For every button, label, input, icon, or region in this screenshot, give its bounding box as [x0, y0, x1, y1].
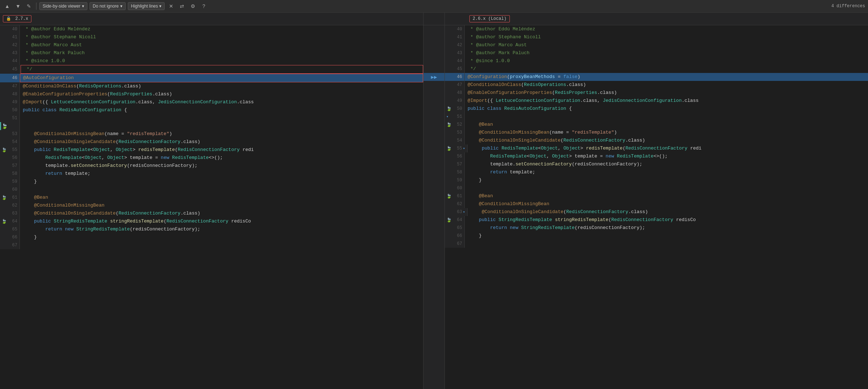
nav-up-button[interactable]: ▲ — [3, 2, 12, 10]
right-gutter-45: 45 — [445, 65, 465, 73]
right-linenum-61: 61 — [452, 194, 462, 199]
left-content-60 — [20, 186, 423, 194]
settings-button[interactable]: ⚙ — [188, 2, 197, 10]
left-linenum-46: 46 — [7, 75, 17, 81]
right-line-50: 🍃 50 public class RedisAutoConfiguration… — [445, 105, 868, 113]
right-content-50: public class RedisAutoConfiguration { — [465, 105, 868, 113]
right-linenum-44: 44 — [452, 59, 462, 64]
mid-line-55 — [424, 144, 444, 152]
left-line-49: 49 @Import({ LettuceConnectionConfigurat… — [0, 98, 423, 106]
right-linenum-50: 50 — [452, 106, 462, 111]
viewer-mode-label: Side-by-side viewer — [43, 4, 81, 9]
left-line-59: 59 } — [0, 178, 423, 186]
left-gutter-55: 🍃 55 — [0, 146, 20, 154]
left-gutter-icon-61: 🍃 — [1, 195, 6, 200]
left-code-area[interactable]: 40 * @author Eddú Meléndez 41 * @author … — [0, 25, 423, 389]
right-linenum-66: 66 — [452, 233, 462, 238]
left-line-66: 66 } — [0, 233, 423, 241]
left-gutter-59: 59 — [0, 178, 20, 186]
right-content-63: @ConditionalOnSingleCandidate(RedisConne… — [468, 208, 868, 216]
ignore-button[interactable]: Do not ignore ▾ — [90, 2, 126, 10]
right-gutter-59: 59 — [445, 176, 465, 184]
left-gutter-51: 51 — [0, 114, 20, 122]
left-gutter-58: 58 — [0, 170, 20, 178]
right-content-65: return new StringRedisTemplate(redisConn… — [465, 224, 868, 232]
left-gutter-45: 45 — [0, 65, 20, 74]
right-fold-icon-55[interactable]: ▾ — [463, 146, 465, 151]
left-linenum-40: 40 — [7, 27, 17, 32]
left-line-54: 54 @ConditionalOnSingleCandidate(RedisCo… — [0, 138, 423, 146]
left-gutter-42: 42 — [0, 41, 20, 49]
right-content-53: @ConditionalOnMissingBean(name = "redisT… — [465, 129, 868, 137]
left-linenum-60: 60 — [7, 187, 17, 192]
right-gutter-icon-55: 🍃 — [446, 146, 451, 151]
right-content-62: @ConditionalOnMissingBean — [465, 200, 868, 208]
left-linenum-66: 66 — [7, 235, 17, 240]
left-content-41: * @author Stephane Nicoll — [20, 33, 423, 41]
left-line-53: 53 @ConditionalOnMissingBean(name = "red… — [0, 130, 423, 138]
right-gutter-icon-51: ▾ — [446, 114, 451, 119]
right-gutter-66: 66 — [445, 232, 465, 240]
right-gutter-42: 42 — [445, 41, 465, 49]
left-pane: 🔒 2.7.x 40 * @author Eddú Meléndez — [0, 13, 423, 389]
right-content-40: * @author Eddú Meléndez — [465, 25, 868, 33]
right-line-46: 46 @Configuration(proxyBeanMethods = fal… — [445, 73, 868, 81]
left-code-lines: 40 * @author Eddú Meléndez 41 * @author … — [0, 25, 423, 249]
right-linenum-54: 54 — [452, 138, 462, 143]
mid-line-41 — [424, 33, 444, 41]
left-content-67 — [20, 241, 423, 249]
right-gutter-64: 🍃 64 — [445, 216, 465, 224]
left-line-43: 43 * @author Mark Paluch — [0, 49, 423, 57]
right-linenum-67: 67 — [452, 241, 462, 246]
mid-line-63 — [424, 208, 444, 216]
mid-line-62 — [424, 200, 444, 208]
left-linenum-54: 54 — [7, 139, 17, 144]
right-content-58: return template; — [465, 168, 868, 176]
left-gutter-53: 53 — [0, 130, 20, 138]
right-content-48: @EnableConfigurationProperties(RedisProp… — [465, 89, 868, 97]
left-gutter-65: 65 — [0, 225, 20, 233]
close-button[interactable]: ✕ — [167, 2, 175, 10]
left-content-65: return new StringRedisTemplate(redisConn… — [20, 225, 423, 233]
mid-line-42 — [424, 41, 444, 49]
help-button[interactable]: ? — [199, 2, 208, 10]
left-linenum-58: 58 — [7, 171, 17, 176]
nav-down-button[interactable]: ▼ — [14, 2, 22, 10]
left-content-49: @Import({ LettuceConnectionConfiguration… — [20, 98, 423, 106]
viewer-mode-button[interactable]: Side-by-side viewer ▾ — [39, 2, 87, 10]
right-fold-icon-63[interactable]: ▾ — [463, 210, 465, 214]
right-linenum-49: 49 — [452, 98, 462, 103]
right-linenum-60: 60 — [452, 186, 462, 191]
right-gutter-41: 41 — [445, 33, 465, 41]
right-linenum-43: 43 — [452, 51, 462, 56]
right-content-42: * @author Marco Aust — [465, 41, 868, 49]
left-line-47: 47 @ConditionalOnClass(RedisOperations.c… — [0, 82, 423, 90]
left-linenum-65: 65 — [7, 227, 17, 232]
right-content-45: */ — [465, 65, 868, 73]
middle-gutter: ▶▶ — [423, 13, 445, 389]
edit-button[interactable]: ✎ — [25, 2, 33, 10]
left-linenum-57: 57 — [7, 163, 17, 168]
highlight-label: Highlight lines — [131, 4, 158, 9]
right-code-area[interactable]: 40 * @author Eddú Meléndez 41 * @author … — [445, 25, 868, 389]
highlight-button[interactable]: Highlight lines ▾ — [128, 2, 165, 10]
right-line-65: 65 return new StringRedisTemplate(redisC… — [445, 224, 868, 232]
right-gutter-55: 🍃 55 ▾ — [445, 144, 468, 152]
right-pane-title-text: 2.6.x (Local) — [473, 16, 507, 21]
left-gutter-56: 56 — [0, 154, 20, 162]
right-line-52: 🍃 52 @Bean — [445, 121, 868, 129]
right-gutter-51: ▾ 51 — [445, 113, 465, 121]
viewer-mode-arrow: ▾ — [82, 4, 84, 9]
right-content-44: * @since 1.0.0 — [465, 57, 868, 65]
right-content-54: @ConditionalOnSingleCandidate(RedisConne… — [465, 137, 868, 144]
left-content-64: public StringRedisTemplate stringRedisTe… — [20, 217, 423, 225]
diff-container: 🔒 2.7.x 40 * @author Eddú Meléndez — [0, 13, 868, 389]
left-content-42: * @author Marco Aust — [20, 41, 423, 49]
right-line-49: 49 @Import({ LettuceConnectionConfigurat… — [445, 97, 868, 105]
left-pane-header: 🔒 2.7.x — [0, 13, 423, 25]
left-line-57: 57 template.setConnectionFactory(redisCo… — [0, 162, 423, 170]
left-linenum-44: 44 — [7, 59, 17, 64]
sync-scroll-button[interactable]: ⇄ — [178, 2, 186, 10]
left-content-51 — [20, 114, 423, 122]
left-linenum-49: 49 — [7, 100, 17, 105]
